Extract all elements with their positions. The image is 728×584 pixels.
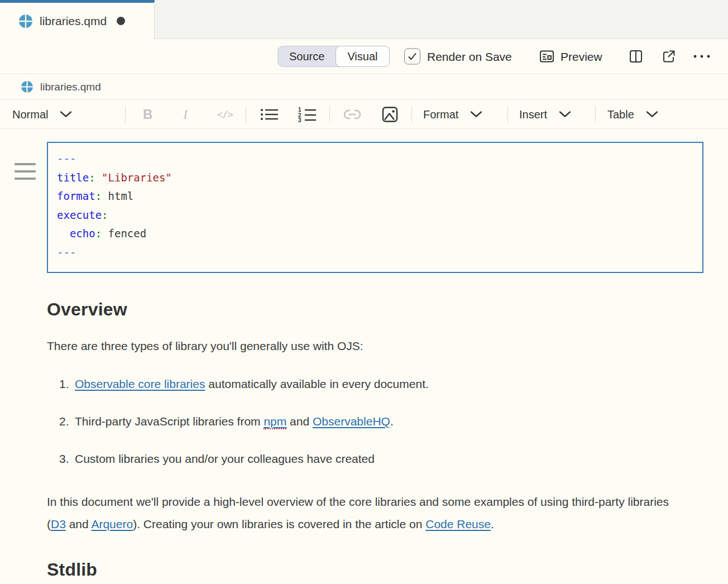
source-mode-button[interactable]: Source <box>278 46 336 67</box>
block-drag-handle[interactable] <box>15 163 36 180</box>
chevron-down-icon <box>470 111 482 118</box>
render-on-save-control[interactable]: Render on Save <box>404 49 512 65</box>
inline-link[interactable]: D3 <box>51 518 66 530</box>
checkmark-icon <box>408 52 417 61</box>
list-item-number: 1. <box>59 373 75 395</box>
breadcrumb: libraries.qmd <box>0 74 728 100</box>
preview-label: Preview <box>561 50 602 63</box>
chevron-down-icon <box>60 111 72 118</box>
tab-strip: libraries.qmd <box>0 0 728 39</box>
bold-button[interactable]: B <box>143 107 152 122</box>
list-item: 1. Observable core libraries automatical… <box>47 373 684 395</box>
insert-menu[interactable]: Insert <box>519 108 571 121</box>
quarto-icon <box>21 81 33 93</box>
document-content: Overview There are three types of librar… <box>47 298 684 581</box>
chevron-down-icon <box>559 111 571 118</box>
numbered-list-icon: 1 2 3 <box>298 107 317 122</box>
format-menu-label: Format <box>423 108 458 121</box>
inline-link[interactable]: npm <box>264 415 286 428</box>
list-item-number: 2. <box>59 410 75 433</box>
link-button[interactable] <box>344 109 361 119</box>
render-on-save-checkbox[interactable] <box>404 49 420 65</box>
list-item-text: Custom libraries you and/or your colleag… <box>75 448 684 470</box>
external-link-icon <box>662 49 676 64</box>
split-view-icon <box>629 49 643 64</box>
toolbar-divider <box>125 106 126 123</box>
table-menu-label: Table <box>607 108 634 121</box>
library-types-list: 1. Observable core libraries automatical… <box>47 373 684 470</box>
editor-window: libraries.qmd Source Visual Render on Sa… <box>0 0 728 584</box>
yaml-line: --- <box>57 150 693 169</box>
chevron-down-icon <box>646 111 658 118</box>
intro-paragraph: There are three types of library you'll … <box>47 335 684 357</box>
list-item: 3. Custom libraries you and/or your coll… <box>47 448 684 470</box>
insert-menu-label: Insert <box>519 108 547 121</box>
format-menu[interactable]: Format <box>423 108 482 121</box>
list-item-text: Observable core libraries automatically … <box>75 373 684 395</box>
yaml-line: --- <box>57 243 693 262</box>
heading-overview: Overview <box>47 298 684 321</box>
tab-title: libraries.qmd <box>40 15 107 28</box>
more-actions-button[interactable] <box>693 54 711 59</box>
inline-link[interactable]: ObservableHQ <box>313 415 390 428</box>
tab-libraries-qmd[interactable]: libraries.qmd <box>0 0 155 39</box>
inline-link[interactable]: Observable core libraries <box>75 377 205 390</box>
unsaved-changes-dot <box>117 17 125 25</box>
yaml-front-matter-block[interactable]: --- title: "Libraries" format: html exec… <box>47 142 703 273</box>
toolbar-divider <box>329 106 330 123</box>
heading-stdlib: Stdlib <box>47 558 684 581</box>
bullet-list-icon <box>260 107 279 122</box>
table-menu[interactable]: Table <box>607 108 658 121</box>
spellcheck-underline: npm <box>264 415 286 429</box>
image-button[interactable] <box>382 106 398 122</box>
svg-text:3: 3 <box>298 117 301 122</box>
list-item-text: Third-party JavaScript libraries from np… <box>75 410 684 433</box>
preview-icon <box>539 49 554 64</box>
paragraph-style-value: Normal <box>12 108 48 121</box>
bullet-list-button[interactable] <box>260 107 279 122</box>
numbered-list-button[interactable]: 1 2 3 <box>298 107 317 122</box>
document-editor: --- title: "Libraries" format: html exec… <box>0 142 728 581</box>
closing-paragraph: In this document we'll provide a high-le… <box>47 491 684 535</box>
yaml-line: title: "Libraries" <box>57 169 693 188</box>
yaml-line: format: html <box>57 187 693 206</box>
breadcrumb-filename[interactable]: libraries.qmd <box>40 81 101 93</box>
open-in-new-window-button[interactable] <box>662 49 676 64</box>
paragraph-style-dropdown[interactable]: Normal <box>12 108 72 121</box>
yaml-line: echo: fenced <box>57 224 693 243</box>
inline-link[interactable]: Code Reuse <box>425 518 491 530</box>
link-icon <box>344 109 361 119</box>
quarto-icon <box>19 15 32 28</box>
toolbar-divider <box>507 106 508 123</box>
image-icon <box>382 106 398 122</box>
render-on-save-label: Render on Save <box>427 50 512 63</box>
visual-mode-button[interactable]: Visual <box>336 46 389 67</box>
code-button[interactable]: </> <box>217 109 233 120</box>
yaml-line: execute: <box>57 206 693 225</box>
preview-button[interactable]: Preview <box>539 49 602 64</box>
toolbar-divider <box>411 106 412 123</box>
italic-button[interactable]: I <box>183 107 188 122</box>
inline-link[interactable]: Arquero <box>91 518 133 530</box>
ellipsis-icon <box>693 54 711 59</box>
toolbar-divider <box>595 106 596 123</box>
toolbar-divider <box>246 106 246 123</box>
list-item-number: 3. <box>59 448 75 470</box>
split-editor-button[interactable] <box>629 49 643 64</box>
format-toolbar: Normal B I </> 1 2 3 <box>0 100 728 129</box>
list-item: 2. Third-party JavaScript libraries from… <box>47 410 684 433</box>
source-visual-toggle: Source Visual <box>277 46 390 67</box>
main-toolbar: Source Visual Render on Save Preview <box>0 39 728 74</box>
